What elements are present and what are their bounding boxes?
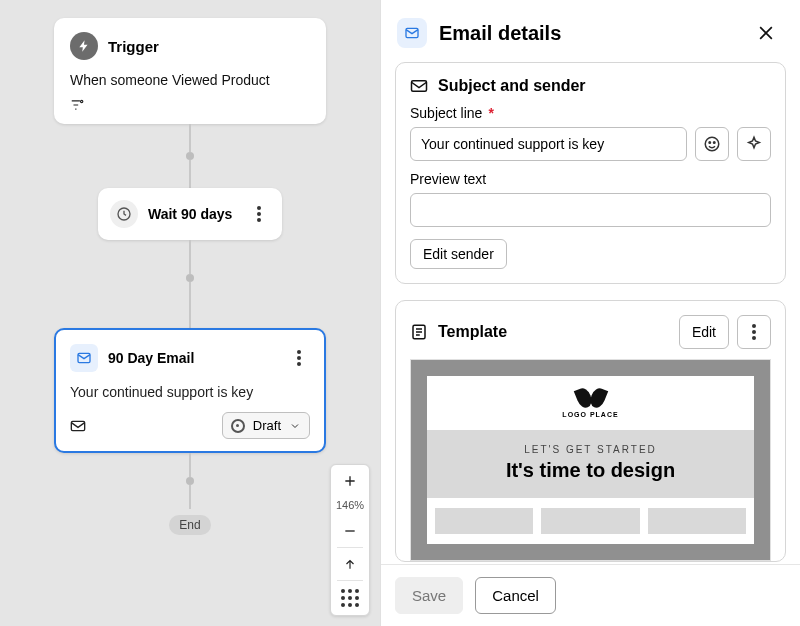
- status-label: Draft: [253, 418, 281, 433]
- svg-point-8: [297, 362, 301, 366]
- mail-icon: [397, 18, 427, 48]
- svg-point-14: [714, 142, 716, 144]
- draft-status-icon: [231, 419, 245, 433]
- svg-rect-9: [71, 421, 84, 430]
- logo-placeholder: LOGO PLACE: [562, 388, 618, 418]
- trigger-body: When someone Viewed Product: [70, 72, 310, 88]
- email-node-name: 90 Day Email: [108, 350, 278, 366]
- zoom-out-button[interactable]: [331, 515, 369, 547]
- panel-title: Email details: [439, 22, 740, 45]
- subject-sender-card: Subject and sender Subject line* Preview…: [395, 62, 786, 284]
- zoom-level: 146%: [336, 497, 364, 515]
- template-headline: It's time to design: [427, 459, 754, 482]
- end-node: End: [169, 515, 210, 535]
- wait-node[interactable]: Wait 90 days: [98, 188, 282, 240]
- template-preview[interactable]: LOGO PLACE LET'S GET STARTED It's time t…: [410, 359, 771, 561]
- template-kicker: LET'S GET STARTED: [427, 444, 754, 455]
- cancel-button[interactable]: Cancel: [475, 577, 556, 614]
- svg-point-3: [257, 212, 261, 216]
- emoji-button[interactable]: [695, 127, 729, 161]
- preview-text-input[interactable]: [410, 193, 771, 227]
- status-dropdown[interactable]: Draft: [222, 412, 310, 439]
- filter-icon: [70, 98, 310, 112]
- close-button[interactable]: [752, 19, 780, 47]
- clock-icon: [110, 200, 138, 228]
- ai-sparkle-button[interactable]: [737, 127, 771, 161]
- svg-point-13: [709, 142, 711, 144]
- zoom-in-button[interactable]: [331, 465, 369, 497]
- zoom-controls: 146%: [330, 464, 370, 616]
- template-card: Template Edit LOGO PLACE: [395, 300, 786, 562]
- bolt-icon: [70, 32, 98, 60]
- wait-menu-button[interactable]: [248, 203, 270, 225]
- svg-point-17: [752, 330, 756, 334]
- svg-point-0: [81, 100, 83, 102]
- template-block: [648, 508, 746, 534]
- subject-line-label: Subject line*: [410, 105, 771, 121]
- template-icon: [410, 323, 428, 341]
- trigger-node[interactable]: Trigger When someone Viewed Product: [54, 18, 326, 124]
- svg-point-18: [752, 336, 756, 340]
- drag-grid-icon[interactable]: [341, 581, 359, 615]
- reset-view-button[interactable]: [331, 548, 369, 580]
- template-heading: Template: [438, 323, 507, 341]
- email-node-selected[interactable]: 90 Day Email Your continued support is k…: [54, 328, 326, 453]
- panel-footer: Save Cancel: [381, 564, 800, 626]
- svg-point-12: [705, 137, 719, 151]
- connector-dot: [186, 152, 194, 160]
- email-node-subject: Your continued support is key: [70, 384, 310, 400]
- template-block: [435, 508, 533, 534]
- svg-point-16: [752, 324, 756, 328]
- chevron-down-icon: [289, 420, 301, 432]
- svg-rect-11: [412, 81, 427, 92]
- subject-sender-heading: Subject and sender: [438, 77, 586, 95]
- trigger-title: Trigger: [108, 38, 159, 55]
- edit-sender-button[interactable]: Edit sender: [410, 239, 507, 269]
- template-menu-button[interactable]: [737, 315, 771, 349]
- subject-line-input[interactable]: [410, 127, 687, 161]
- svg-point-6: [297, 350, 301, 354]
- connector-dot: [186, 477, 194, 485]
- preview-text-label: Preview text: [410, 171, 771, 187]
- template-block: [541, 508, 639, 534]
- mail-outline-icon: [70, 419, 86, 433]
- email-menu-button[interactable]: [288, 347, 310, 369]
- details-panel: Email details Subject and sender Subject…: [380, 0, 800, 626]
- svg-point-7: [297, 356, 301, 360]
- mail-icon: [70, 344, 98, 372]
- connector-dot: [186, 274, 194, 282]
- svg-point-2: [257, 206, 261, 210]
- flow-canvas[interactable]: Trigger When someone Viewed Product Wait…: [0, 0, 380, 626]
- edit-template-button[interactable]: Edit: [679, 315, 729, 349]
- mail-outline-icon: [410, 78, 428, 94]
- save-button[interactable]: Save: [395, 577, 463, 614]
- wait-label: Wait 90 days: [148, 206, 238, 222]
- svg-point-4: [257, 218, 261, 222]
